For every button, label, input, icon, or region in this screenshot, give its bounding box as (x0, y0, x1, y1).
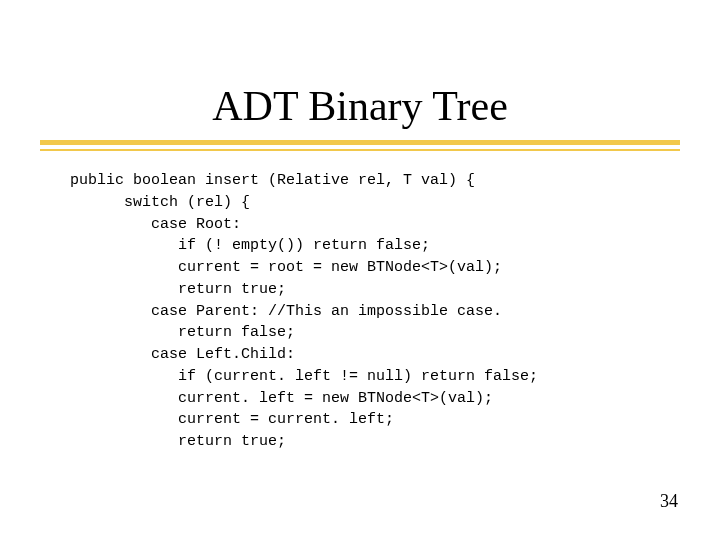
code-block: public boolean insert (Relative rel, T v… (70, 170, 538, 453)
title-underline (40, 140, 680, 154)
underline-thick (40, 140, 680, 145)
underline-thin (40, 149, 680, 151)
slide: ADT Binary Tree public boolean insert (R… (0, 0, 720, 540)
slide-title: ADT Binary Tree (0, 82, 720, 130)
page-number: 34 (660, 491, 678, 512)
